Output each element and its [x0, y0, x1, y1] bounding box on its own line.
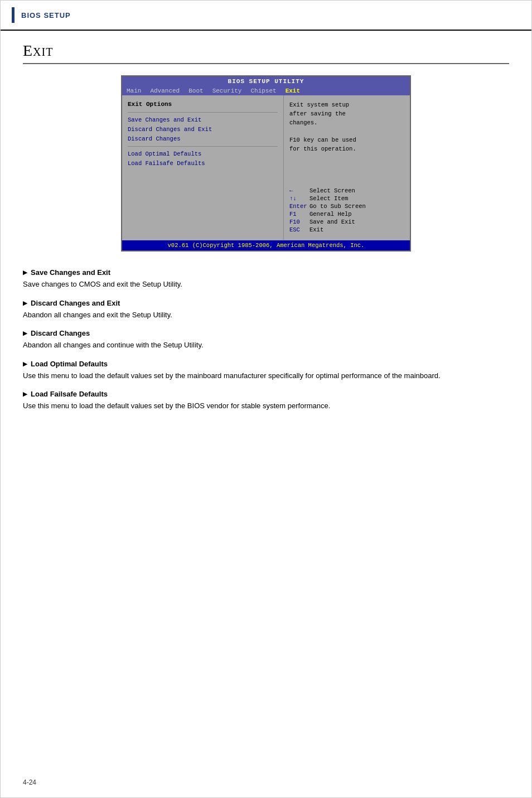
- bios-separator-2: [128, 146, 278, 147]
- page: BIOS SETUP Exit BIOS SETUP UTILITY Main …: [0, 0, 532, 798]
- bios-menu-discard-changes[interactable]: Discard Changes: [128, 135, 278, 143]
- page-number: 4-24: [23, 778, 36, 786]
- bios-menu-discard-changes-exit[interactable]: Discard Changes and Exit: [128, 125, 278, 133]
- bios-screenshot: BIOS SETUP UTILITY Main Advanced Boot Se…: [121, 75, 411, 252]
- bios-title-bar: BIOS SETUP UTILITY: [122, 76, 410, 86]
- desc-discard-changes: Discard Changes Abandon all changes and …: [23, 329, 509, 351]
- bios-menu-load-failsafe[interactable]: Load Failsafe Defaults: [128, 159, 278, 167]
- bios-key-row-f10: F10 Save and Exit: [289, 219, 404, 225]
- bios-key-row-f1: F1 General Help: [289, 211, 404, 217]
- bios-nav-main[interactable]: Main: [127, 88, 141, 94]
- bios-nav-advanced[interactable]: Advanced: [150, 88, 180, 94]
- section-title: Exit: [23, 42, 509, 64]
- bios-key-updown: ↑↓: [289, 195, 307, 202]
- bios-key-f10: F10: [289, 219, 307, 225]
- desc-load-failsafe-defaults: Load Failsafe Defaults Use this menu to …: [23, 390, 509, 412]
- bios-nav-chipset[interactable]: Chipset: [250, 88, 276, 94]
- bios-keys-section: ← Select Screen ↑↓ Select Item Enter Go …: [289, 187, 404, 233]
- bios-nav-security[interactable]: Security: [212, 88, 242, 94]
- bios-help-text: Exit system setup after saving the chang…: [289, 101, 404, 154]
- bios-help-line1: Exit system setup: [289, 101, 349, 108]
- desc-text-load-failsafe-defaults: Use this menu to load the default values…: [23, 400, 509, 412]
- bios-key-enter: Enter: [289, 203, 307, 210]
- bios-key-general-help: General Help: [309, 211, 352, 217]
- bios-key-row-esc: ESC Exit: [289, 226, 404, 233]
- bios-key-select-item: Select Item: [309, 195, 348, 202]
- bios-key-arrow: ←: [289, 187, 307, 194]
- bios-key-esc: ESC: [289, 226, 307, 233]
- bios-help-line6: for this operation.: [289, 146, 356, 152]
- bios-left-panel: Exit Options Save Changes and Exit Disca…: [122, 95, 284, 240]
- bios-nav-exit[interactable]: Exit: [286, 88, 300, 94]
- desc-load-optimal-defaults: Load Optimal Defaults Use this menu to l…: [23, 360, 509, 381]
- desc-text-load-optimal-defaults: Use this menu to load the default values…: [23, 370, 509, 381]
- bios-help-line5: F10 key can be used: [289, 137, 356, 143]
- main-content: Exit BIOS SETUP UTILITY Main Advanced Bo…: [1, 36, 531, 437]
- bios-nav-bar: Main Advanced Boot Security Chipset Exit: [122, 86, 410, 95]
- desc-text-discard-changes-exit: Abandon all changes and exit the Setup U…: [23, 309, 509, 321]
- bios-exit-options-header: Exit Options: [128, 101, 278, 108]
- desc-heading-load-failsafe-defaults: Load Failsafe Defaults: [23, 390, 509, 398]
- bios-key-row-enter: Enter Go to Sub Screen: [289, 203, 404, 210]
- bios-key-f1: F1: [289, 211, 307, 217]
- desc-heading-save-changes-exit: Save Changes and Exit: [23, 268, 509, 277]
- desc-discard-changes-exit: Discard Changes and Exit Abandon all cha…: [23, 299, 509, 321]
- bios-help-line2: after saving the: [289, 110, 346, 117]
- desc-text-discard-changes: Abandon all changes and continue with th…: [23, 340, 509, 351]
- bios-key-row-select-item: ↑↓ Select Item: [289, 195, 404, 202]
- header-accent-bar: [12, 7, 14, 23]
- bios-menu-save-changes-exit[interactable]: Save Changes and Exit: [128, 116, 278, 124]
- desc-heading-discard-changes: Discard Changes: [23, 329, 509, 337]
- desc-text-save-changes-exit: Save changes to CMOS and exit the Setup …: [23, 279, 509, 290]
- bios-key-select-screen: Select Screen: [309, 187, 355, 194]
- top-header: BIOS SETUP: [1, 1, 531, 31]
- bios-key-goto-sub: Go to Sub Screen: [309, 203, 366, 210]
- bios-key-save-exit: Save and Exit: [309, 219, 355, 225]
- bios-menu-load-optimal[interactable]: Load Optimal Defaults: [128, 150, 278, 158]
- bios-nav-boot[interactable]: Boot: [188, 88, 203, 94]
- bios-footer: v02.61 (C)Copyright 1985-2006, American …: [122, 240, 410, 250]
- desc-heading-load-optimal-defaults: Load Optimal Defaults: [23, 360, 509, 368]
- bios-right-panel: Exit system setup after saving the chang…: [284, 95, 410, 240]
- bios-help-line3: changes.: [289, 119, 317, 126]
- desc-heading-discard-changes-exit: Discard Changes and Exit: [23, 299, 509, 307]
- bios-key-row-select-screen: ← Select Screen: [289, 187, 404, 194]
- bios-key-exit: Exit: [309, 226, 323, 233]
- bios-body: Exit Options Save Changes and Exit Disca…: [122, 95, 410, 240]
- header-title: BIOS SETUP: [21, 11, 71, 20]
- bios-separator-1: [128, 112, 278, 113]
- desc-save-changes-exit: Save Changes and Exit Save changes to CM…: [23, 268, 509, 290]
